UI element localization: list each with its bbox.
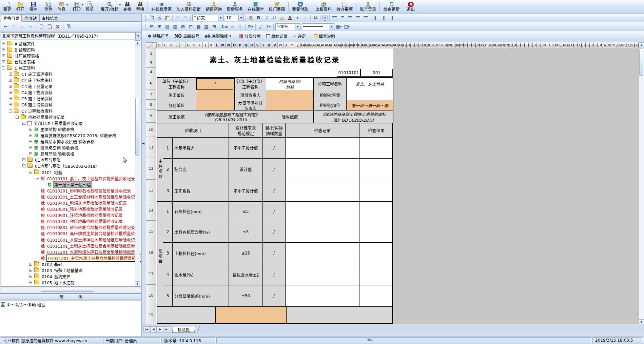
shade-cells-icon[interactable]: ▧ [203, 23, 210, 30]
next-sheet-icon[interactable]: ▶ [157, 326, 163, 332]
collapse-icon[interactable]: − [22, 122, 25, 125]
collapse-icon[interactable]: − [22, 164, 25, 167]
underline-button[interactable]: U [271, 15, 278, 21]
undo-icon[interactable]: ↶ [174, 15, 181, 21]
row-header[interactable]: 11 [146, 137, 157, 158]
action-fill-instructions[interactable]: 填表说明 [311, 33, 338, 39]
column-header[interactable]: Z [295, 42, 301, 48]
chevron-down-icon[interactable]: ▼ [218, 15, 223, 21]
column-header[interactable]: R [249, 42, 255, 48]
toolbar-replace[interactable]: 替换 [134, 0, 147, 13]
tree-item[interactable]: +部通风与空调 验收表格 [1, 145, 141, 151]
tree-item[interactable]: −检验批质量验收记录 [1, 114, 141, 120]
toolbar-todo-list[interactable]: 待办事项 [334, 0, 355, 13]
row-header[interactable]: 18 [146, 285, 157, 306]
row-header[interactable]: 12 [146, 158, 157, 180]
action-special-symbols[interactable]: Φ特殊符号 [145, 33, 172, 39]
column-header[interactable]: U [266, 42, 272, 48]
row-header[interactable]: 6 [146, 77, 157, 89]
line-style-select[interactable]: ▼ [302, 23, 334, 30]
scroll-thumb[interactable] [639, 48, 643, 76]
toolbar-exit[interactable]: 退出 [404, 0, 417, 13]
tree-item[interactable]: 检01010601_注浆地基检验批质量验收记录 [1, 212, 141, 218]
tree-item[interactable]: +C2 施工技术资料 [1, 77, 141, 83]
expand-icon[interactable]: + [9, 73, 12, 76]
bold-button[interactable]: B [255, 15, 262, 21]
action-strikethrough[interactable]: aƀ画删除线▼ [202, 33, 234, 39]
column-header[interactable]: X [284, 42, 289, 48]
chevron-down-icon[interactable]: ▼ [329, 24, 334, 30]
toolbar-tips-collection[interactable]: 技巧集锦 [266, 0, 287, 13]
lock-cell-icon[interactable]: ⊞ [211, 23, 218, 30]
column-header[interactable]: BX [500, 42, 504, 48]
delete-form-icon[interactable]: × [54, 23, 61, 30]
row-header[interactable]: 2 [146, 48, 157, 58]
tab-recycle-bin[interactable]: 回收站 [22, 14, 39, 21]
check-record-cell[interactable] [286, 159, 359, 180]
expand-icon[interactable]: + [29, 140, 32, 143]
toolbar-print-preview[interactable]: 预览 [83, 0, 96, 13]
toolbar-join-group[interactable]: 加入资料员群 [174, 0, 203, 13]
vertical-text-stack-icon[interactable] [388, 15, 395, 21]
form-code-cell[interactable]: 01010101 [337, 69, 360, 77]
signature-input-cell[interactable] [215, 307, 287, 324]
line-spacing-icon[interactable]: ≡ [229, 23, 236, 30]
column-header[interactable]: M [220, 42, 226, 48]
autosum-icon[interactable]: Σ▼ [265, 23, 272, 30]
collapse-icon[interactable]: − [2, 66, 5, 69]
column-header[interactable]: AH [329, 42, 333, 48]
check-result-cell[interactable] [359, 180, 393, 202]
tree-item[interactable]: −0101_地基 [1, 169, 141, 175]
tree-item[interactable]: 检01010301_土工合成材料地基检验批质量验收记录 [1, 194, 141, 200]
chevron-down-icon[interactable]: ▼ [295, 24, 300, 30]
tree-item[interactable]: +部建筑给水排水及供暖 验收表格 [1, 139, 141, 145]
check-result-cell[interactable] [359, 221, 393, 243]
column-header[interactable]: CK [553, 42, 557, 48]
tree-item[interactable]: +部建筑装饰装修(GB50210-2018) 验收表格 [1, 132, 141, 138]
row-header[interactable]: 19 [146, 306, 157, 324]
toolbar-attachment[interactable]: 附件 [42, 0, 55, 13]
toolbar-open-folder[interactable]: 打开 [14, 0, 27, 13]
cut-icon[interactable] [156, 15, 163, 21]
column-header[interactable]: C [162, 42, 168, 48]
column-header[interactable]: BE [423, 42, 427, 48]
toolbar-check-update[interactable]: 检查更新 [381, 0, 402, 13]
border-grid-icon[interactable]: ▦▼ [335, 23, 343, 30]
sheet-corner[interactable] [146, 42, 157, 48]
tree-item[interactable]: +C3 施工测量记录 [1, 83, 141, 89]
location-value-cell[interactable]: 第一层～第一段～墙 [347, 100, 393, 110]
column-header[interactable]: CH [541, 42, 545, 48]
toolbar-account-login[interactable]: 账号登录 [357, 0, 378, 13]
toolbar-expand-collapse[interactable]: 展开/收起 [98, 0, 121, 13]
nav-down-icon[interactable]: ↓ [18, 23, 26, 30]
check-record-cell[interactable] [286, 180, 359, 202]
check-result-cell[interactable] [359, 202, 393, 221]
capacity-value-cell[interactable] [347, 90, 393, 100]
tree-item[interactable]: 检01011301_夯实水泥土桩复合地基检验批质量验收记录 [1, 255, 141, 261]
unit-name-cell[interactable]: ? [196, 78, 235, 90]
chevron-down-icon[interactable]: ▼ [238, 15, 243, 21]
fill-pattern-icon[interactable]: ◱▼ [343, 23, 350, 30]
table-borders-icon[interactable]: ▦ [195, 23, 202, 30]
tree-item[interactable]: +C5 施工记录资料 [1, 96, 141, 102]
nav-back-icon[interactable]: ← [2, 23, 9, 30]
merge-cells-icon[interactable]: ⊟ [148, 23, 155, 30]
expand-icon[interactable]: + [29, 281, 32, 284]
scroll-thumb[interactable] [135, 98, 139, 156]
first-sheet-icon[interactable]: |◀ [143, 326, 150, 332]
tree-item[interactable]: 检01011101_土和灰土挤密桩复合地基检验批质量验 [1, 243, 141, 249]
toolbar-after-sales[interactable]: 售后服务 [224, 0, 245, 13]
column-header[interactable]: AS [374, 42, 378, 48]
column-header[interactable]: AE [317, 42, 321, 48]
tree-item[interactable]: 检01011001_水泥土搅拌桩地基检验批质量验收记录 [1, 237, 141, 243]
column-header[interactable]: AK [341, 42, 346, 48]
panel-splitter[interactable] [141, 14, 142, 336]
scroll-up-icon[interactable]: ▲ [135, 40, 140, 45]
check-result-cell[interactable] [359, 285, 393, 307]
tree-item[interactable]: +0105_地下水控制 [1, 280, 141, 286]
new-form-icon[interactable]: * [38, 23, 45, 30]
italic-button[interactable]: I [263, 15, 270, 21]
tree-item[interactable]: +C1 施工管理资料 [1, 71, 141, 77]
subcontractor-value-cell[interactable] [196, 100, 235, 110]
column-header[interactable]: BI [439, 42, 443, 48]
